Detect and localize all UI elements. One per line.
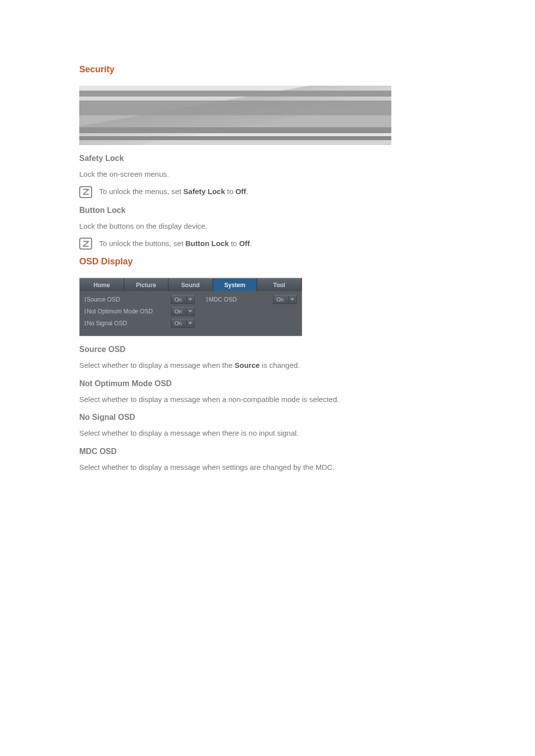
label-not-optimum: Not Optimum Mode OSD [85,308,167,315]
osd-tabs: Home Picture Sound System Tool [80,278,302,291]
label-no-signal: No Signal OSD [85,320,167,327]
note-icon [79,186,92,198]
text-bold: Source [235,361,260,369]
safety-lock-desc: Lock the on-screen menus. [79,169,461,180]
not-optimum-desc: Select whether to display a message when… [79,394,461,405]
row-no-signal: No Signal OSD On [85,319,195,328]
chevron-down-icon [186,320,192,327]
note-icon [79,238,92,250]
text-bold: Off [239,239,250,248]
select-value: On [174,308,182,314]
security-screenshot-placeholder [79,86,391,145]
no-signal-desc: Select whether to display a message when… [79,428,461,439]
mdc-osd-desc: Select whether to display a message when… [79,462,461,473]
safety-lock-note: To unlock the menus, set Safety Lock to … [79,186,461,198]
mdc-osd-title: MDC OSD [79,447,461,456]
text-bold: Safety Lock [183,187,225,196]
osd-display-heading: OSD Display [79,256,461,267]
tab-sound[interactable]: Sound [168,278,213,291]
tab-system[interactable]: System [213,278,258,291]
select-value: On [174,320,182,326]
select-value: On [276,297,284,302]
text-bold: Button Lock [185,239,229,248]
not-optimum-title: Not Optimum Mode OSD [79,379,461,388]
text: To unlock the buttons, set [99,239,185,248]
document-page: Security Safety Lock Lock the on-screen … [0,0,535,473]
button-lock-note-text: To unlock the buttons, set Button Lock t… [99,238,252,250]
select-mdc-osd[interactable]: On [273,295,297,304]
text-bold: Off [235,187,246,196]
osd-panel: Home Picture Sound System Tool Source OS… [79,278,302,336]
row-not-optimum: Not Optimum Mode OSD On [85,307,195,316]
select-not-optimum[interactable]: On [171,307,195,316]
text: to [225,187,235,196]
safety-lock-title: Safety Lock [79,154,461,163]
row-mdc-osd: MDC OSD On [207,295,297,304]
security-heading: Security [79,64,461,75]
chevron-down-icon [186,296,192,303]
button-lock-note: To unlock the buttons, set Button Lock t… [79,238,461,250]
tab-home[interactable]: Home [80,278,124,291]
tab-tool[interactable]: Tool [257,278,302,291]
osd-body: Source OSD On Not Optimum Mode OSD On No… [80,291,302,336]
source-osd-title: Source OSD [79,345,461,354]
text: To unlock the menus, set [99,187,183,196]
text: to [229,239,239,248]
label-mdc-osd: MDC OSD [207,296,269,303]
tab-picture[interactable]: Picture [124,278,169,291]
safety-lock-note-text: To unlock the menus, set Safety Lock to … [99,186,248,198]
select-no-signal[interactable]: On [171,319,195,328]
text: Select whether to display a message when… [79,361,235,369]
chevron-down-icon [186,308,192,315]
select-value: On [174,297,182,302]
text: . [250,239,252,248]
text: is changed. [260,361,300,369]
osd-col-right: MDC OSD On [207,295,297,331]
row-source-osd: Source OSD On [85,295,195,304]
osd-col-left: Source OSD On Not Optimum Mode OSD On No… [85,295,195,331]
text: . [246,187,248,196]
select-source-osd[interactable]: On [171,295,195,304]
source-osd-desc: Select whether to display a message when… [79,360,461,371]
label-source-osd: Source OSD [85,296,167,303]
button-lock-title: Button Lock [79,206,461,215]
no-signal-title: No Signal OSD [79,413,461,422]
chevron-down-icon [288,296,294,303]
button-lock-desc: Lock the buttons on the display device. [79,221,461,232]
